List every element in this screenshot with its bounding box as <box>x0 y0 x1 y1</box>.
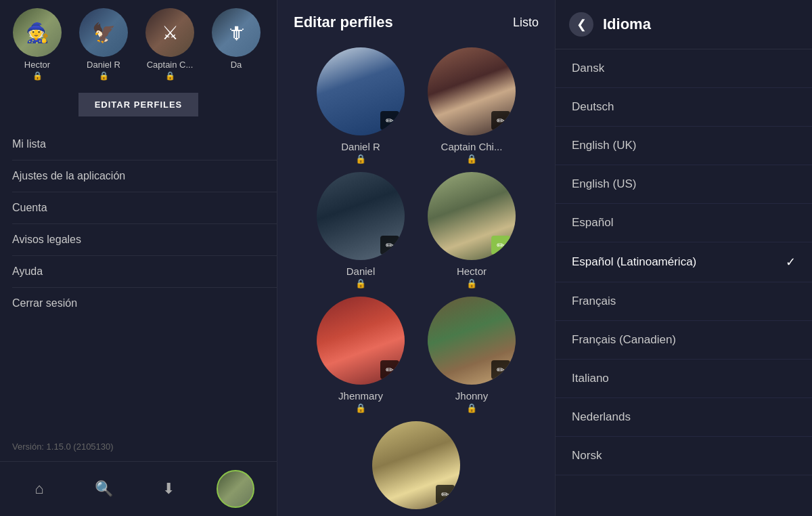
language-item[interactable]: English (US) <box>556 165 812 204</box>
profile-card-lock-icon: 🔒 <box>466 278 477 288</box>
sidebar-profile-item[interactable]: 🦅 Daniel R 🔒 <box>73 8 134 81</box>
home-icon: ⌂ <box>35 480 43 498</box>
sidebar-nav: Mi listaAjustes de la aplicaciónCuentaAv… <box>0 129 277 432</box>
profile-edit-button[interactable]: ✏ <box>380 360 399 379</box>
profile-avatar: 🧙 <box>13 8 62 57</box>
profile-card[interactable]: ✏ Daniel R 🔒 <box>313 47 408 164</box>
profile-card[interactable]: ✏ Hector 🔒 <box>424 172 519 288</box>
profile-card-lock-icon: 🔒 <box>466 403 477 413</box>
profile-card-avatar: ✏ <box>428 47 516 135</box>
profile-edit-button[interactable]: ✏ <box>380 236 399 255</box>
profile-edit-button[interactable]: ✏ <box>491 360 510 379</box>
profile-avatar: 🦅 <box>79 8 128 57</box>
language-label: Español <box>572 216 613 230</box>
language-label: Français (Canadien) <box>572 333 676 347</box>
profile-card[interactable]: ✏ Jhonny 🔒 <box>424 297 519 413</box>
profile-card[interactable]: ✏ Daniel 🔒 <box>313 172 408 288</box>
profile-edit-button[interactable]: ✏ <box>491 236 510 255</box>
profile-card-avatar: ✏ <box>317 297 405 385</box>
language-label: Dansk <box>572 62 604 75</box>
profile-edit-button[interactable]: ✏ <box>436 485 455 504</box>
profile-nav-item[interactable] <box>217 470 254 508</box>
language-label: Deutsch <box>572 100 614 114</box>
profile-bar: 🧙 Hector 🔒 🦅 Daniel R 🔒 ⚔ Captain C... 🔒… <box>0 0 277 87</box>
profile-card[interactable]: ✏ Nova <box>369 421 464 516</box>
profile-card[interactable]: ✏ Captain Chi... 🔒 <box>424 47 519 164</box>
search-nav-item[interactable]: 🔍 <box>87 472 121 506</box>
profile-card-name: Daniel <box>346 265 376 277</box>
sidebar: 🧙 Hector 🔒 🦅 Daniel R 🔒 ⚔ Captain C... 🔒… <box>0 0 277 516</box>
profile-avatar: 🗡 <box>212 8 261 57</box>
language-item[interactable]: English (UK) <box>556 127 812 165</box>
avatar-emoji: 🗡 <box>227 22 246 44</box>
profile-card-lock-icon: 🔒 <box>355 278 366 288</box>
profile-card-avatar: ✏ <box>428 172 516 260</box>
profile-avatar: ⚔ <box>145 8 194 57</box>
version-text: Versión: 1.15.0 (2105130) <box>0 432 277 461</box>
language-item[interactable]: Français (Canadien) <box>556 321 812 360</box>
profiles-row: ✏ Nova <box>288 421 544 516</box>
profile-card-avatar: ✏ <box>428 297 516 385</box>
profile-card[interactable]: ✏ Jhenmary 🔒 <box>313 297 408 413</box>
download-icon: ⬇ <box>162 480 175 498</box>
language-label: Italiano <box>572 372 609 385</box>
language-list: Dansk Deutsch English (UK) English (US) … <box>556 49 812 516</box>
profile-name: Hector <box>24 60 50 70</box>
lock-icon: 🔒 <box>99 71 109 81</box>
profiles-row: ✏ Jhenmary 🔒 ✏ Jhonny 🔒 <box>288 297 544 413</box>
language-label: Nederlands <box>572 410 631 424</box>
sidebar-nav-item[interactable]: Ayuda <box>12 256 277 288</box>
language-item[interactable]: Dansk <box>556 49 812 88</box>
check-icon: ✓ <box>786 255 796 270</box>
language-title: Idioma <box>603 16 651 33</box>
profile-card-avatar: ✏ <box>317 172 405 260</box>
profile-edit-button[interactable]: ✏ <box>491 111 510 130</box>
main-header: Editar perfiles Listo <box>277 0 555 42</box>
profile-card-name: Daniel R <box>341 141 380 152</box>
profile-name: Da <box>231 60 242 70</box>
avatar-emoji: 🦅 <box>92 22 116 44</box>
language-header: ❮ Idioma <box>556 0 812 49</box>
language-label: Español (Latinoamérica) <box>572 255 696 269</box>
lock-icon: 🔒 <box>165 71 175 81</box>
language-item[interactable]: Italiano <box>556 360 812 398</box>
language-item[interactable]: Français <box>556 282 812 321</box>
profile-card-avatar: ✏ <box>372 421 460 509</box>
profiles-row: ✏ Daniel R 🔒 ✏ Captain Chi... 🔒 <box>288 47 544 164</box>
sidebar-profile-item[interactable]: ⚔ Captain C... 🔒 <box>139 8 200 81</box>
language-item[interactable]: Español <box>556 204 812 242</box>
sidebar-nav-item[interactable]: Cerrar sesión <box>12 288 277 319</box>
back-button[interactable]: ❮ <box>569 12 593 37</box>
language-item[interactable]: Nederlands <box>556 398 812 437</box>
language-label: Français <box>572 295 616 308</box>
sidebar-nav-item[interactable]: Ajustes de la aplicación <box>12 160 277 192</box>
language-panel: ❮ Idioma Dansk Deutsch English (UK) Engl… <box>555 0 812 516</box>
main-title: Editar perfiles <box>294 14 393 31</box>
listo-button[interactable]: Listo <box>513 16 539 30</box>
bottom-nav: ⌂ 🔍 ⬇ <box>0 461 277 516</box>
home-nav-item[interactable]: ⌂ <box>22 472 56 506</box>
profile-card-name: Jhenmary <box>338 390 383 402</box>
lock-icon: 🔒 <box>32 71 43 81</box>
language-item[interactable]: Norsk <box>556 437 812 475</box>
sidebar-nav-item[interactable]: Cuenta <box>12 192 277 224</box>
language-item[interactable]: Español (Latinoamérica) ✓ <box>556 242 812 282</box>
profile-card-name: Jhonny <box>455 390 488 402</box>
main-content: Editar perfiles Listo ✏ Daniel R 🔒 ✏ Cap… <box>277 0 555 516</box>
download-nav-item[interactable]: ⬇ <box>152 472 185 506</box>
profile-name: Captain C... <box>147 60 194 70</box>
profile-card-lock-icon: 🔒 <box>466 154 477 164</box>
profile-edit-button[interactable]: ✏ <box>380 111 399 130</box>
profiles-grid: ✏ Daniel R 🔒 ✏ Captain Chi... 🔒 ✏ Daniel… <box>277 42 555 516</box>
language-item[interactable]: Deutsch <box>556 88 812 127</box>
profile-card-name: Captain Chi... <box>441 141 503 152</box>
edit-profiles-button[interactable]: EDITAR PERFILES <box>78 93 199 116</box>
avatar-emoji: ⚔ <box>162 22 179 44</box>
sidebar-profile-item[interactable]: 🧙 Hector 🔒 <box>7 8 68 81</box>
sidebar-nav-item[interactable]: Mi lista <box>12 129 277 160</box>
back-arrow-icon: ❮ <box>577 17 587 32</box>
sidebar-profile-item[interactable]: 🗡 Da <box>206 8 267 70</box>
avatar-emoji: 🧙 <box>26 22 49 44</box>
profile-name: Daniel R <box>87 60 120 70</box>
sidebar-nav-item[interactable]: Avisos legales <box>12 224 277 256</box>
